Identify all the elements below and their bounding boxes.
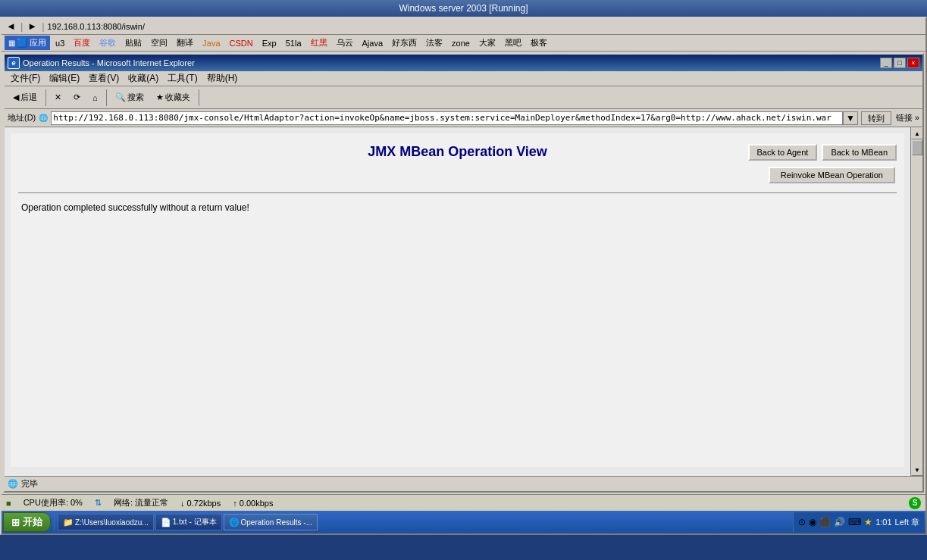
minimize-btn[interactable]: _ [880, 58, 892, 68]
tray-time: 1:01 [875, 518, 891, 527]
network-label: 网络: 流量正常 [114, 497, 168, 508]
browser-title: Operation Results - Microsoft Internet E… [23, 58, 880, 67]
menu-tools[interactable]: 工具(T) [163, 70, 202, 86]
refresh-icon: ⟳ [74, 92, 80, 102]
taskbar-item-ie[interactable]: 🌐 Operation Results -... [224, 514, 318, 530]
app-java[interactable]: Java [199, 37, 224, 49]
app-zone[interactable]: zone [448, 37, 474, 49]
toolbar-sep1 [45, 89, 46, 106]
back-to-agent-btn[interactable]: Back to Agent [748, 144, 818, 161]
cpu-icon: ■ [6, 499, 11, 508]
app-ajava[interactable]: Ajava [359, 37, 387, 49]
app-translate[interactable]: 翻译 [173, 36, 197, 50]
app-bar: ▦ 🟦 应用 u3 百度 谷歌 贴贴 空间 翻译 Java CSDN Exp 5… [2, 35, 925, 52]
home-btn[interactable]: ⌂ [87, 89, 103, 107]
menu-help[interactable]: 帮助(H) [202, 70, 243, 86]
app-lawyer[interactable]: 法客 [422, 36, 446, 50]
outer-back-btn[interactable]: ◄ [5, 20, 17, 32]
ie-scrollbar: ▲ ▼ [910, 127, 922, 476]
star-icon: ★ [156, 92, 164, 102]
toolbar: ◀ 后退 ✕ ⟳ ⌂ 🔍 搜索 ★ [5, 86, 922, 109]
tray-icon-5: ⌨ [848, 517, 861, 527]
status-text: 完毕 [21, 478, 38, 490]
content-divider [18, 192, 897, 193]
go-btn[interactable]: 转到 [861, 111, 891, 125]
scroll-track [911, 139, 922, 464]
home-icon: ⌂ [92, 93, 98, 102]
back-btn[interactable]: ◀ 后退 [8, 89, 42, 107]
search-icon: 🔍 [115, 92, 126, 102]
stop-btn[interactable]: ✕ [49, 89, 67, 107]
explorer-icon: 📁 [63, 518, 74, 527]
cpu-label: CPU使用率: 0% [23, 497, 83, 508]
tray-icon-3: ⬛ [819, 517, 831, 527]
menu-favorites[interactable]: 收藏(A) [124, 70, 163, 86]
page-inner: JMX MBean Operation View Back to Agent B… [11, 133, 904, 467]
back-to-mbean-btn[interactable]: Back to MBean [822, 144, 897, 161]
outer-forward-btn[interactable]: ► [26, 20, 39, 32]
outer-url: 192.168.0.113:8080/iswin/ [48, 22, 145, 31]
menu-edit[interactable]: 编辑(E) [45, 70, 84, 86]
ie-browser-window: e Operation Results - Microsoft Internet… [3, 53, 924, 493]
app-google[interactable]: 谷歌 [96, 36, 120, 50]
scroll-up-btn[interactable]: ▲ [911, 127, 923, 139]
vm-title-text: Windows server 2003 [Running] [399, 3, 528, 14]
ie-taskbar-icon: 🌐 [229, 518, 240, 527]
menu-view[interactable]: 查看(V) [84, 70, 124, 86]
scroll-down-btn[interactable]: ▼ [911, 464, 923, 476]
window-controls: _ □ × [880, 58, 919, 68]
reinvoke-row: Reinvoke MBean Operation [18, 167, 897, 183]
app-apps[interactable]: ▦ 🟦 应用 [5, 36, 50, 50]
app-big[interactable]: 大家 [475, 36, 500, 50]
favorites-btn[interactable]: ★ 收藏夹 [151, 89, 196, 107]
content-wrapper: JMX MBean Operation View Back to Agent B… [5, 127, 922, 476]
page-title: JMX MBean Operation View [194, 141, 721, 160]
upload-speed: ↑ 0.00kbps [233, 499, 273, 508]
app-extreme[interactable]: 极客 [527, 36, 551, 50]
ie-titlebar: e Operation Results - Microsoft Internet… [5, 55, 922, 71]
close-btn[interactable]: × [907, 58, 919, 68]
toolbar-sep2 [106, 89, 107, 106]
address-dropdown-icon[interactable]: ▼ [843, 111, 858, 125]
vm-titlebar: Windows server 2003 [Running] [0, 0, 927, 17]
app-exp[interactable]: Exp [258, 37, 280, 49]
ie-icon: e [8, 57, 20, 69]
menu-file[interactable]: 文件(F) [6, 70, 45, 86]
address-links[interactable]: 链接 » [896, 112, 919, 124]
menu-bar: 文件(F) 编辑(E) 查看(V) 收藏(A) 工具(T) 帮助(H) [5, 71, 922, 86]
address-input[interactable] [51, 111, 843, 125]
taskbar-item-notepad[interactable]: 📄 1.txt - 记事本 [155, 514, 222, 530]
app-space[interactable]: 空间 [147, 36, 171, 50]
app-51la[interactable]: 51la [282, 37, 305, 49]
app-cloud[interactable]: 乌云 [333, 36, 357, 50]
scroll-thumb[interactable] [912, 140, 922, 155]
tray-icon-4: 🔊 [834, 517, 845, 527]
app-blackbar[interactable]: 黑吧 [501, 36, 525, 50]
page-header: JMX MBean Operation View Back to Agent B… [18, 141, 897, 161]
tray-icon-1: ⊙ [798, 517, 806, 527]
address-bar: 地址(D) 🌐 ▼ 转到 链接 » [5, 109, 922, 127]
maximize-btn[interactable]: □ [894, 58, 906, 68]
address-label: 地址(D) [8, 112, 36, 124]
start-icon: ⊞ [11, 517, 20, 528]
tray-left-label: Left 章 [895, 517, 919, 528]
notepad-icon: 📄 [161, 518, 171, 527]
app-goodeast[interactable]: 好东西 [388, 36, 421, 50]
app-baidu[interactable]: 百度 [70, 36, 94, 50]
app-paste[interactable]: 贴贴 [121, 36, 146, 50]
status-icon: 🌐 [8, 479, 18, 489]
back-arrow-icon: ◀ [13, 92, 19, 102]
app-u3[interactable]: u3 [52, 37, 68, 49]
operation-message: Operation completed successfully without… [18, 202, 897, 213]
app-csdn[interactable]: CSDN [226, 37, 257, 49]
reinvoke-btn[interactable]: Reinvoke MBean Operation [769, 167, 895, 183]
start-button[interactable]: ⊞ 开始 [3, 512, 51, 532]
refresh-btn[interactable]: ⟳ [68, 89, 86, 107]
taskbar-item-explorer[interactable]: 📁 Z:\Users\luoxiaodzu... [58, 514, 154, 530]
address-bar-icon: 🌐 [39, 114, 48, 122]
search-btn[interactable]: 🔍 搜索 [110, 89, 149, 107]
tray-icon-6: ★ [864, 517, 872, 527]
apps-icon: ▦ [8, 39, 15, 47]
app-redhack[interactable]: 红黑 [307, 36, 331, 50]
taskbar: ⊞ 开始 📁 Z:\Users\luoxiaodzu... 📄 1.txt - … [2, 511, 925, 533]
